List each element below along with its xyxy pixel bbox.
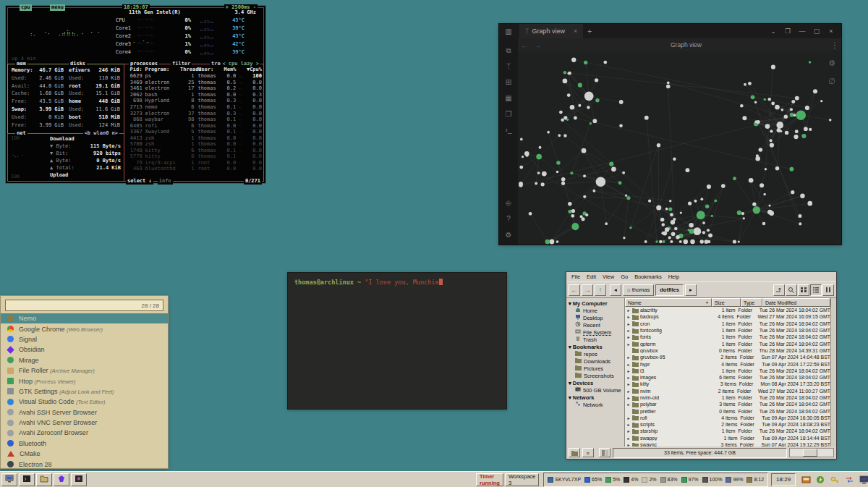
menu-go[interactable]: Go (618, 273, 631, 281)
launcher-terminal-button[interactable] (19, 473, 35, 486)
tray-stat-network[interactable]: 97% (681, 477, 699, 483)
tab-list-dropdown-icon[interactable]: ⌄ (767, 27, 779, 35)
tray-icon-theme[interactable] (801, 475, 811, 484)
vertical-scrollbar[interactable] (830, 298, 836, 446)
workspace-indicator[interactable]: Workspace 3 (505, 473, 539, 486)
icon-view-button[interactable] (798, 284, 809, 296)
file-row[interactable]: ▸swaync3 itemsFolderSun 07 Apr 2024 19:1… (625, 441, 830, 446)
split-window-icon[interactable]: ❐ (782, 27, 793, 35)
timer-running-button[interactable]: Timer running (476, 473, 503, 486)
filter-control[interactable]: filter (171, 61, 192, 67)
daily-note-icon[interactable]: ▦ (505, 92, 511, 108)
process-row[interactable]: 3273electron37thomas0.3⠐⠄0.0 (126, 110, 262, 117)
launcher-item-nemo[interactable]: Nemo (1, 313, 168, 323)
launcher-item-obsidian[interactable]: Obsidian (1, 344, 168, 355)
settings-icon[interactable]: ⚙ (506, 229, 512, 245)
sidebar-toggle-icon[interactable]: ▥ (502, 27, 515, 35)
terminal-icon[interactable]: ›_ (506, 124, 512, 140)
column-header-date-modified[interactable]: Date Modified (762, 298, 830, 307)
tray-stat-cpu[interactable]: 4% (624, 477, 638, 483)
tray-stat-uptime[interactable]: 8:12 (746, 477, 764, 483)
breadcrumb-current[interactable]: dotfiles (655, 284, 684, 296)
process-row[interactable]: 6629ps1thomas0.0⠐⠄100 (126, 73, 262, 80)
file-row[interactable]: ▸i31 itemFolderTue 26 Mar 2024 18:04:02 … (625, 368, 830, 374)
show-hidden-button[interactable]: tc (582, 448, 594, 457)
process-row[interactable]: 698Hyprland8thomas0.3⠐⠄0.0 (126, 98, 262, 104)
back-icon[interactable]: ← (518, 41, 531, 49)
tray-icon-transfer[interactable] (845, 475, 854, 484)
split-view-button[interactable] (599, 448, 610, 457)
compact-view-button[interactable] (822, 284, 834, 296)
file-row[interactable]: gruvbox0 itemsFolderThu 28 Mar 2024 14:3… (625, 347, 830, 354)
tray-stat-ram[interactable]: 2% (642, 477, 656, 483)
expander-icon[interactable]: ▸ (626, 321, 631, 326)
sidebar-item-network[interactable]: Network (566, 401, 624, 408)
cpu-sort-control[interactable]: < cpu lazy > (221, 61, 260, 67)
tray-stat-bluetooth[interactable]: 65% (584, 477, 602, 483)
launcher-item-cmake[interactable]: CMake (1, 449, 168, 459)
expander-icon[interactable]: ▸ (626, 334, 631, 339)
sidebar-item-repos[interactable]: repos (566, 350, 624, 357)
graph-canvas-area[interactable]: ⚙ ∅ (518, 51, 841, 245)
launcher-editor-button[interactable] (71, 473, 87, 486)
column-header-size[interactable]: Size (712, 298, 741, 307)
clock[interactable]: 18:29 (771, 473, 796, 486)
menu-edit[interactable]: Edit (584, 273, 599, 281)
process-row[interactable]: 2713nemo6thomas0.1⠐⠄0.0 (126, 104, 262, 111)
expander-icon[interactable]: ▸ (626, 428, 631, 433)
breadcrumb-home[interactable]: ⌂ thomas (623, 284, 654, 296)
expander-icon[interactable]: ▸ (626, 362, 631, 367)
tray-stat-volume[interactable]: 100% (702, 477, 723, 483)
launcher-item-bluetooth[interactable]: Bluetooth (1, 439, 168, 449)
graph-filter-icon[interactable]: ∅ (828, 77, 835, 86)
sidebar-item-home[interactable]: Home (566, 307, 624, 314)
tray-icon-keys[interactable] (830, 475, 840, 484)
terminal-window[interactable]: thomas@archlinux ~ "I love you, Munchie (287, 272, 507, 410)
file-row[interactable]: ▸gpterm1 itemFolderTue 26 Mar 2024 18:04… (625, 340, 830, 347)
launcher-item-htop[interactable]: Htop (Process Viewer) (1, 376, 168, 386)
file-row[interactable]: ▸nvim-old1 itemFolderTue 26 Mar 2024 18:… (625, 394, 830, 401)
canvas-icon[interactable]: ⊞ (506, 76, 511, 92)
process-row[interactable]: 5780zsh1thomas0.0⠐⠄0.0 (126, 141, 262, 148)
tray-stat-battery[interactable]: 5% (605, 477, 620, 483)
sidebar-item-pictures[interactable]: Pictures (566, 365, 624, 372)
forward-icon[interactable]: → (531, 41, 544, 49)
launcher-files-button[interactable] (36, 473, 52, 486)
collapse-icon[interactable]: ▾ (569, 344, 571, 350)
file-row[interactable]: ▸images6 itemsFolderTue 26 Mar 2024 18:0… (625, 374, 830, 381)
sidebar-item-500-gb-volume[interactable]: 500 GB Volume (566, 386, 624, 394)
obsidian-titlebar[interactable]: ▥ ᛉ Graph view × + ⌄ ❐ — ▢ × (499, 24, 841, 38)
back-button[interactable]: ← (569, 284, 580, 296)
graph-icon[interactable]: ᛉ (506, 60, 511, 76)
tray-network-name[interactable]: SKYVL7XP (548, 477, 581, 483)
collapse-icon[interactable]: ▾ (569, 380, 571, 386)
sidebar-section-network[interactable]: ▾Network (566, 394, 624, 401)
sidebar-item-file-system[interactable]: File System (566, 329, 624, 336)
path-scroll-left-button[interactable]: ◂ (610, 284, 621, 296)
select-control[interactable]: select ↓ (126, 178, 153, 185)
process-row[interactable]: 868waybar98thomas0.1⠐⠄0.0 (126, 117, 262, 123)
tab-graph-view[interactable]: ᛉ Graph view × (519, 24, 583, 39)
process-row[interactable]: 4413zsh1thomas0.0⠐⠄0.0 (126, 135, 262, 141)
expander-icon[interactable]: ▸ (626, 436, 631, 441)
launcher-item-mirage[interactable]: Mirage (1, 355, 168, 365)
vault-switcher-icon[interactable]: ⎆ (506, 197, 511, 213)
sidebar-section-my-computer[interactable]: ▾My Computer (566, 300, 624, 307)
file-row[interactable]: ▸hypr4 itemsFolderTue 09 Apr 2024 17:22:… (625, 360, 830, 367)
column-header-name[interactable]: Name▼ (625, 298, 712, 307)
minimize-button[interactable]: — (796, 27, 808, 35)
menu-view[interactable]: View (600, 273, 617, 281)
templates-icon[interactable]: ❐ (506, 108, 512, 124)
file-row[interactable]: ▸polybar3 itemsFolderTue 26 Mar 2024 18:… (625, 401, 830, 407)
list-view-button[interactable] (810, 284, 822, 296)
process-row[interactable]: 3469electron25thomas0.5⠐⠄0.0 (126, 80, 262, 86)
launcher-item-electron-28[interactable]: Electron 28 (1, 459, 168, 469)
horizontal-scrollbar[interactable] (789, 448, 834, 457)
process-row[interactable]: 3367Xwayland5thomas0.1⠐⠄0.0 (126, 129, 262, 135)
sidebar-item-downloads[interactable]: Downloads (566, 357, 624, 365)
file-row[interactable]: ▸fonts1 itemFolderTue 26 Mar 2024 18:04:… (625, 334, 830, 340)
launcher-item-avahi-vnc-server-browser[interactable]: Avahi VNC Server Browser (1, 418, 168, 428)
tray-icon-energy[interactable] (816, 475, 825, 484)
file-row[interactable]: prettier0 itemsFolderTue 26 Mar 2024 18:… (625, 407, 830, 414)
file-row[interactable]: ▸starship1 itemFolderTue 26 Mar 2024 18:… (625, 428, 830, 434)
